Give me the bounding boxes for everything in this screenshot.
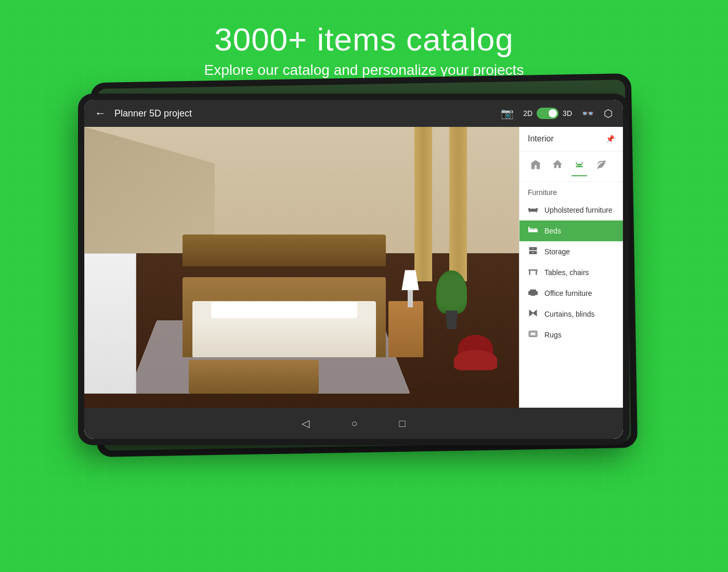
room-bed (171, 251, 397, 357)
room-curtain-right (449, 127, 466, 281)
back-button[interactable]: ← (95, 107, 106, 120)
room-dresser (84, 253, 136, 394)
room-lamp (401, 270, 419, 304)
tablet-main: ← Planner 5D project 📷 2D 3D 👓 ⬡ (78, 94, 629, 445)
svg-rect-21 (530, 332, 536, 335)
catalog-item-rugs-label: Rugs (544, 331, 562, 339)
svg-rect-0 (529, 209, 537, 212)
catalog-section-title: Furniture (519, 182, 623, 200)
catalog-item-storage[interactable]: Storage (519, 241, 623, 262)
catalog-item-storage-label: Storage (544, 248, 570, 256)
3d-label: 3D (563, 109, 572, 118)
svg-rect-2 (536, 208, 538, 211)
catalog-item-tables-label: Tables, chairs (544, 268, 589, 277)
catalog-item-rugs[interactable]: Rugs (519, 324, 623, 345)
room-chair (454, 335, 498, 385)
bed-frame (183, 277, 386, 357)
bed-pillow (211, 302, 358, 318)
plant-body (436, 270, 467, 314)
toggle-knob (549, 109, 557, 118)
room-bench (189, 360, 319, 394)
room-plant (436, 267, 467, 329)
nav-back-button[interactable]: ◁ (302, 417, 309, 430)
bed-blanket (192, 321, 375, 357)
catalog-item-office-label: Office furniture (544, 289, 592, 297)
storage-icon (528, 247, 538, 256)
catalog-tab-structure[interactable] (528, 157, 543, 176)
svg-rect-8 (534, 228, 538, 231)
catalog-panel: Interior 📌 (519, 127, 623, 408)
room-curtain-left (414, 127, 432, 281)
catalog-pin-icon[interactable]: 📌 (606, 135, 615, 143)
svg-rect-13 (528, 269, 538, 270)
beds-icon (528, 226, 538, 236)
tablet-screen: ← Planner 5D project 📷 2D 3D 👓 ⬡ (84, 100, 623, 439)
catalog-item-curtains[interactable]: Curtains, blinds (519, 304, 623, 324)
room-nightstand (388, 301, 423, 357)
bed-headboard (183, 235, 386, 267)
app-topbar: ← Planner 5D project 📷 2D 3D 👓 ⬡ (84, 100, 623, 127)
catalog-item-curtains-label: Curtains, blinds (544, 310, 595, 318)
catalog-item-tables[interactable]: Tables, chairs (519, 262, 623, 283)
vr-icon[interactable]: 👓 (581, 107, 594, 120)
catalog-tab-furniture[interactable] (571, 157, 587, 176)
catalog-item-upholstered-label: Upholstered furniture (544, 206, 613, 214)
chair-seat (454, 350, 498, 370)
2d-label: 2D (523, 109, 532, 118)
rugs-icon (528, 330, 538, 340)
catalog-tab-rooms[interactable] (550, 157, 565, 176)
topbar-icons: 📷 2D 3D 👓 ⬡ (501, 107, 613, 120)
app-content: Interior 📌 (84, 127, 623, 408)
catalog-title: Interior (528, 134, 554, 144)
svg-rect-1 (528, 208, 530, 211)
svg-rect-14 (529, 271, 530, 275)
svg-rect-17 (530, 290, 536, 292)
catalog-tab-outdoor[interactable] (593, 157, 609, 176)
office-icon (528, 289, 538, 298)
catalog-header: Interior 📌 (519, 127, 623, 151)
svg-rect-4 (536, 211, 537, 213)
tablet-wrapper: ← Planner 5D project 📷 2D 3D 👓 ⬡ (78, 94, 650, 445)
curtains-icon (528, 309, 538, 319)
tablet-bottom-nav: ◁ ○ □ (84, 408, 623, 439)
catalog-item-office[interactable]: Office furniture (519, 283, 623, 304)
toggle-switch[interactable] (537, 108, 558, 119)
catalog-item-upholstered[interactable]: Upholstered furniture (519, 200, 623, 220)
lamp-base (408, 290, 413, 307)
tables-icon (528, 268, 538, 277)
room-scene (84, 127, 519, 408)
catalog-item-beds[interactable]: Beds (519, 220, 623, 241)
svg-rect-3 (529, 211, 530, 213)
catalog-tabs (519, 151, 623, 182)
plant-pot (444, 310, 459, 329)
upholstered-icon (528, 205, 538, 215)
svg-rect-15 (536, 271, 537, 275)
page-title: 3000+ items catalog (0, 21, 728, 58)
camera-icon[interactable]: 📷 (501, 107, 514, 120)
nav-home-button[interactable]: ○ (351, 418, 357, 430)
lamp-shade (401, 270, 419, 290)
svg-rect-19 (531, 295, 536, 296)
layers-icon[interactable]: ⬡ (604, 107, 613, 120)
room-view (84, 127, 519, 408)
catalog-item-beds-label: Beds (544, 227, 561, 235)
svg-rect-7 (529, 228, 534, 231)
nav-recent-button[interactable]: □ (399, 418, 406, 430)
view-mode-toggle[interactable]: 2D 3D (523, 108, 572, 119)
project-title: Planner 5D project (114, 108, 492, 119)
